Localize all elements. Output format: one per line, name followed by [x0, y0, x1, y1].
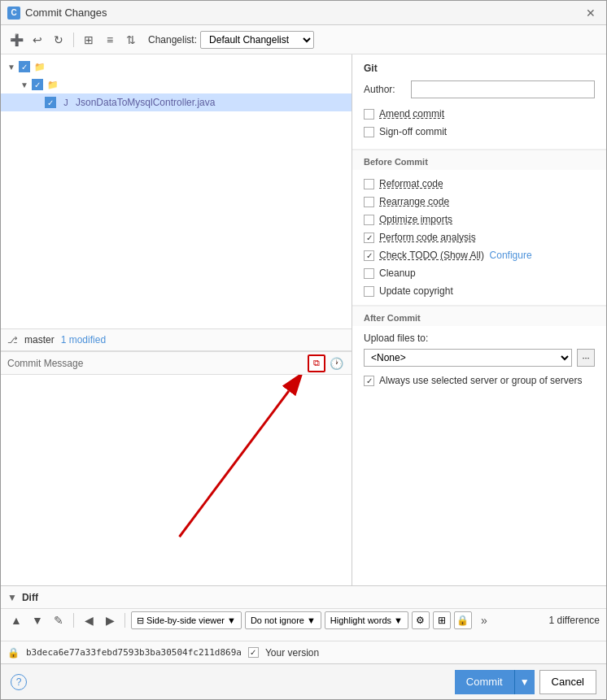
close-button[interactable]: ✕ — [582, 4, 600, 22]
amend-commit-row: Amend commit — [364, 105, 595, 123]
code-analysis-label: Perform code analysis — [379, 232, 476, 243]
diff-down-button[interactable]: ▼ — [28, 611, 46, 629]
folder-icon: 📁 — [33, 60, 46, 73]
reformat-label: Reformat code — [379, 178, 443, 189]
diff-columns-button[interactable]: ⊞ — [433, 611, 451, 629]
branch-icon: ⎇ — [7, 335, 18, 346]
diff-toolbar: ▲ ▼ ✎ ◀ ▶ ⊟ Side-by-side viewer ▼ Do not… — [1, 609, 606, 632]
hash-lock-icon: 🔒 — [7, 647, 20, 659]
branch-status-bar: ⎇ master 1 modified — [1, 328, 352, 351]
sign-off-label: Sign-off commit — [379, 126, 447, 137]
optimize-checkbox[interactable] — [364, 215, 374, 225]
tree-item-java-file[interactable]: ✓ J JsonDataToMysqlController.java — [1, 93, 352, 111]
ignore-label: Do not ignore — [251, 615, 304, 625]
footer-left: ? — [11, 674, 27, 690]
always-use-checkbox[interactable] — [364, 376, 374, 386]
refresh-button[interactable]: ↻ — [50, 31, 68, 49]
undo-button[interactable]: ↩ — [28, 31, 46, 49]
tree-item-root[interactable]: ▼ ✓ 📁 — [1, 58, 352, 76]
main-content: ▼ ✓ 📁 ▼ ✓ 📁 ✓ — [1, 54, 606, 585]
diff-up-button[interactable]: ▲ — [7, 611, 25, 629]
file-tree: ▼ ✓ 📁 ▼ ✓ 📁 ✓ — [1, 54, 352, 328]
sign-off-checkbox[interactable] — [364, 127, 374, 137]
hash-bar: 🔒 b3deca6e77a33febd7593b3ba30504fc211d86… — [1, 641, 606, 663]
recent-commits-button[interactable]: 🕐 — [327, 354, 345, 372]
right-panel: Git Author: Amend commit Sign-off commit — [352, 54, 606, 585]
always-use-label: Always use selected server or group of s… — [379, 375, 582, 386]
separator — [73, 33, 74, 47]
code-analysis-row: Perform code analysis — [364, 228, 595, 246]
after-commit-section: Upload files to: <None> ··· Always use s… — [352, 326, 606, 396]
hash-checkbox[interactable] — [248, 647, 259, 658]
diff-section: ▼ Diff ▲ ▼ ✎ ◀ ▶ ⊟ Side-by-side viewer ▼… — [1, 585, 606, 641]
subfolder-icon: 📁 — [46, 78, 59, 91]
before-commit-divider: Before Commit — [352, 150, 606, 170]
paste-commit-msg-button[interactable]: ⧉ — [308, 354, 325, 372]
optimize-row: Optimize imports — [364, 211, 595, 228]
diff-expand-arrow[interactable]: ▼ — [7, 592, 17, 603]
upload-more-button[interactable]: ··· — [577, 349, 595, 367]
diff-lock-button[interactable]: 🔒 — [454, 611, 472, 629]
update-copyright-row: Update copyright — [364, 282, 595, 300]
add-button[interactable]: ➕ — [7, 31, 25, 49]
diff-settings-button[interactable]: ⚙ — [412, 611, 430, 629]
commit-changes-window: C Commit Changes ✕ ➕ ↩ ↻ ⊞ ≡ ⇅ Changelis… — [0, 0, 607, 700]
sign-off-row: Sign-off commit — [364, 123, 595, 141]
cleanup-row: Cleanup — [364, 264, 595, 282]
configure-link[interactable]: Configure — [490, 250, 532, 261]
update-copyright-checkbox[interactable] — [364, 286, 374, 297]
commit-message-textarea[interactable] — [4, 378, 348, 582]
always-use-row: Always use selected server or group of s… — [364, 372, 595, 389]
reformat-checkbox[interactable] — [364, 179, 374, 189]
author-input[interactable] — [411, 80, 595, 98]
author-row: Author: — [364, 80, 595, 98]
checkbox-subfolder[interactable]: ✓ — [32, 79, 43, 90]
commit-dropdown-button[interactable]: ▼ — [515, 670, 535, 694]
toolbar: ➕ ↩ ↻ ⊞ ≡ ⇅ Changelist: Default Changeli… — [1, 25, 606, 54]
reformat-row: Reformat code — [364, 175, 595, 193]
upload-row: Upload files to: — [364, 333, 595, 344]
your-version-label: Your version — [265, 647, 319, 659]
check-todo-checkbox[interactable] — [364, 250, 374, 261]
cleanup-checkbox[interactable] — [364, 268, 374, 279]
expand-arrow: ▼ — [7, 63, 19, 72]
git-title: Git — [364, 63, 595, 74]
help-button[interactable]: ? — [11, 674, 27, 690]
after-commit-divider: After Commit — [352, 306, 606, 326]
checkbox-java[interactable]: ✓ — [45, 97, 56, 108]
upload-select[interactable]: <None> — [364, 349, 572, 367]
commit-message-header: Commit Message ⧉ 🕐 — [1, 351, 352, 374]
before-commit-section: Reformat code Rearrange code Optimize im… — [352, 170, 606, 306]
cancel-button[interactable]: Cancel — [539, 670, 596, 694]
ignore-button[interactable]: Do not ignore ▼ — [245, 611, 321, 629]
cleanup-label: Cleanup — [379, 267, 416, 279]
footer-right: Commit ▼ Cancel — [455, 670, 596, 694]
title-bar: C Commit Changes ✕ — [1, 1, 606, 25]
side-by-side-viewer-button[interactable]: ⊟ Side-by-side viewer ▼ — [131, 611, 242, 629]
checkbox-root[interactable]: ✓ — [19, 61, 30, 72]
java-file-name: JsonDataToMysqlController.java — [76, 97, 215, 108]
diff-prev-button[interactable]: ◀ — [80, 611, 98, 629]
tree-item-subfolder[interactable]: ▼ ✓ 📁 — [1, 76, 352, 93]
footer: ? Commit ▼ Cancel — [1, 663, 606, 699]
filter-button[interactable]: ⇅ — [122, 31, 140, 49]
expand-arrow3 — [33, 98, 45, 107]
amend-commit-checkbox[interactable] — [364, 109, 374, 120]
modified-badge[interactable]: 1 modified — [61, 334, 106, 346]
commit-button[interactable]: Commit — [455, 670, 515, 694]
group-button[interactable]: ⊞ — [80, 31, 98, 49]
diff-separator1 — [73, 613, 74, 628]
code-analysis-checkbox[interactable] — [364, 233, 374, 243]
rearrange-checkbox[interactable] — [364, 197, 374, 207]
diff-more-button[interactable]: » — [475, 611, 493, 629]
highlight-words-button[interactable]: Highlight words ▼ — [325, 611, 408, 629]
changelist-select[interactable]: Default Changelist — [200, 31, 314, 49]
check-todo-label: Check TODO (Show All) Configure — [379, 250, 532, 261]
ignore-arrow: ▼ — [307, 615, 316, 625]
diff-edit-button[interactable]: ✎ — [50, 611, 68, 629]
diff-next-button[interactable]: ▶ — [101, 611, 119, 629]
changelist-label: Changelist: — [148, 34, 197, 46]
highlight-arrow: ▼ — [394, 615, 403, 625]
hash-text: b3deca6e77a33febd7593b3ba30504fc211d869a — [26, 647, 242, 658]
sort-button[interactable]: ≡ — [101, 31, 119, 49]
